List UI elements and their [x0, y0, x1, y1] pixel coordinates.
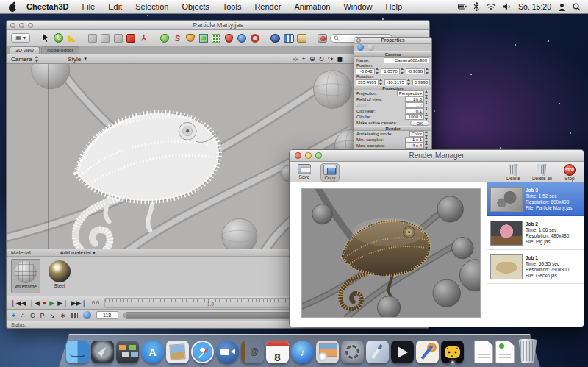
pos-x-field[interactable]: -6.842 [356, 68, 375, 74]
menu-render[interactable]: Render [248, 2, 287, 11]
camera-dropdown[interactable]: Camera [11, 56, 32, 63]
coords-icon[interactable]: C [30, 312, 35, 319]
lathe-pot-icon[interactable] [185, 32, 196, 43]
finder-icon[interactable] [66, 341, 89, 363]
magnify-icon[interactable]: ⊕ [309, 55, 315, 63]
film-icon[interactable] [283, 32, 294, 43]
shield-icon[interactable] [223, 32, 234, 43]
menu-tools[interactable]: Tools [216, 2, 248, 11]
tab-3d-view[interactable]: 3D view [10, 46, 40, 54]
creature-icon[interactable] [270, 32, 282, 43]
iphoto-icon[interactable] [316, 341, 339, 363]
select-cursor-icon[interactable] [40, 32, 51, 43]
stop-button[interactable]: STOP Stop [562, 163, 578, 182]
caged-cube-icon[interactable] [198, 32, 209, 43]
preview-icon[interactable] [166, 341, 189, 363]
rotate-tool-icon[interactable]: ↻ [53, 32, 64, 43]
fullscreen-icon[interactable]: ◼ [337, 55, 343, 63]
box-icon[interactable] [296, 32, 307, 43]
cheetah3d-icon[interactable] [441, 341, 464, 363]
style-dropdown[interactable]: Style [68, 56, 81, 63]
address-book-icon[interactable] [241, 341, 264, 363]
add-keyframe-icon[interactable]: + [12, 312, 15, 319]
cube-red-icon[interactable] [126, 32, 137, 43]
render-camera-icon[interactable] [317, 32, 328, 43]
record-button[interactable]: ● [43, 297, 46, 309]
copy-button[interactable]: Copy [320, 163, 340, 182]
document-2-icon[interactable] [495, 341, 514, 363]
chart-icon[interactable] [71, 313, 78, 318]
orbit-icon[interactable]: ↻ [318, 55, 324, 63]
editor-app-icon[interactable] [416, 341, 439, 363]
close-button[interactable] [295, 152, 301, 159]
cube-gray-3-icon[interactable] [112, 32, 123, 43]
tag-tab-icon[interactable] [368, 44, 374, 51]
menu-selection[interactable]: Selection [129, 2, 175, 11]
menu-animation[interactable]: Animation [288, 2, 337, 11]
document-1-icon[interactable] [474, 341, 493, 363]
brush-app-icon[interactable] [366, 341, 389, 363]
stepper[interactable] [400, 68, 405, 74]
zoom-button[interactable] [28, 23, 33, 28]
minimize-button[interactable] [19, 23, 24, 28]
add-material-dropdown[interactable]: Add material ▾ [60, 249, 96, 256]
scale-tool-icon[interactable] [66, 32, 77, 43]
menu-file[interactable]: File [75, 2, 101, 11]
spotlight-icon[interactable] [573, 3, 581, 11]
pivot-icon[interactable]: P [40, 312, 45, 319]
system-preferences-icon[interactable] [341, 341, 364, 363]
camera-stepper[interactable] [35, 56, 40, 63]
go-start-button[interactable]: ❘◀◀ [10, 297, 26, 309]
ok-button[interactable]: OK [410, 121, 429, 126]
main-titlebar[interactable]: Particle Marty.jas [7, 21, 429, 30]
menu-help[interactable]: Help [379, 2, 409, 11]
name-field[interactable]: Camera600x300 [384, 57, 429, 63]
facetime-icon[interactable] [216, 341, 239, 363]
rot-y-field[interactable]: -10.5175 [384, 79, 406, 85]
menu-edit[interactable]: Edit [101, 2, 129, 11]
bluetooth-icon[interactable] [473, 2, 479, 11]
job-row-3[interactable]: Job 3 Time: 1.52 sec Resolution: 600x400… [487, 182, 584, 216]
delete-button[interactable]: Delete [504, 163, 523, 182]
volume-icon[interactable] [503, 3, 512, 10]
stepper[interactable] [406, 79, 412, 85]
material-wireframe[interactable]: Wireframe [11, 259, 40, 293]
spline-icon[interactable]: S [172, 32, 183, 43]
delete-all-button[interactable]: Delete all [530, 163, 554, 182]
clip-far-field[interactable]: 1000.0 [405, 114, 424, 120]
pos-z-field[interactable]: -0.9638 [406, 68, 425, 74]
properties-titlebar[interactable]: Properties [354, 38, 431, 44]
mission-control-icon[interactable] [116, 341, 139, 363]
unity-icon[interactable] [391, 341, 414, 363]
trash-icon[interactable] [517, 339, 539, 363]
job-row-2[interactable]: Job 2 Time: 1.06 sec Resolution: 480x480… [487, 216, 584, 250]
view-layout-dropdown[interactable]: ▦ ▾ [11, 33, 30, 43]
object-tab-icon[interactable] [357, 44, 364, 51]
save-button[interactable]: Save [295, 163, 313, 180]
menu-cheetah3d[interactable]: Cheetah3D [20, 2, 75, 11]
launchpad-icon[interactable] [91, 341, 114, 363]
pan-icon[interactable]: ⊹ [293, 55, 298, 63]
material-steel[interactable]: Steel [45, 259, 74, 293]
tab-node-editor[interactable]: Node editor [41, 46, 79, 54]
stepper[interactable] [375, 68, 380, 74]
apple-menu-icon[interactable] [9, 2, 17, 12]
menubar-clock[interactable]: So. 15:20 [518, 2, 551, 11]
blue-sphere-icon[interactable] [237, 32, 248, 43]
user-icon[interactable] [558, 3, 566, 11]
menu-window[interactable]: Window [337, 2, 379, 11]
polygon-blob-icon[interactable] [159, 32, 171, 43]
rot-x-field[interactable]: 265.4999 [356, 79, 379, 85]
menu-objects[interactable]: Objects [175, 2, 215, 11]
app-store-icon[interactable]: A [141, 341, 164, 363]
go-end-button[interactable]: ▶▶❘ [71, 297, 87, 309]
minimize-button[interactable] [305, 152, 312, 159]
undo-view-icon[interactable]: ↷ [328, 55, 334, 63]
frame-field[interactable]: 118 [96, 311, 118, 319]
safari-icon[interactable] [191, 341, 214, 363]
step-back-button[interactable]: ❘◀ [29, 297, 39, 309]
stepper[interactable] [425, 68, 430, 74]
arrow-icon[interactable]: ↘ [50, 312, 56, 319]
zoom-in-icon[interactable]: + [302, 55, 306, 63]
battery-icon[interactable] [458, 3, 467, 10]
